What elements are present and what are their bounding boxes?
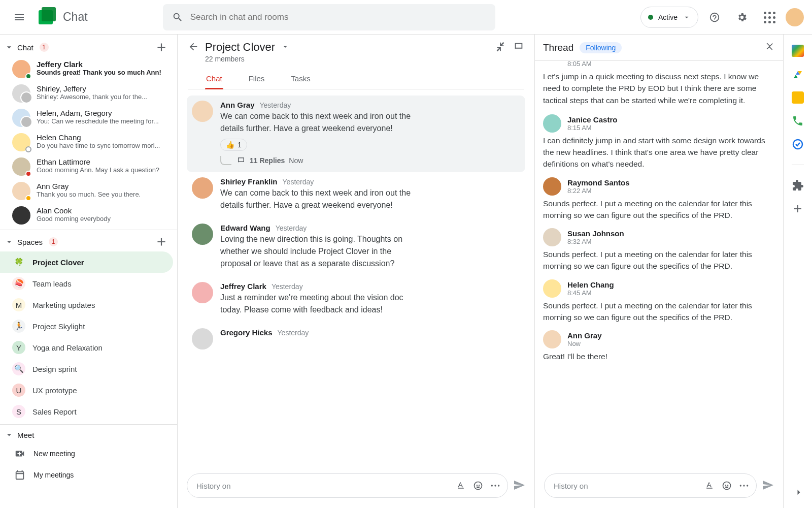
chat-item-preview: Good morning Ann. May I ask a question?: [37, 166, 159, 174]
room-menu-button[interactable]: [281, 43, 289, 52]
message-author: Shirley Franklin: [220, 177, 278, 186]
search-bar[interactable]: [163, 4, 495, 30]
gear-icon: [736, 12, 748, 23]
chat-item[interactable]: Alan Cook Good morning everybody: [0, 203, 177, 228]
room-subtitle: 22 members: [205, 55, 524, 63]
space-item[interactable]: Y Yoga and Relaxation: [0, 337, 177, 358]
space-item[interactable]: 🍀 Project Clover: [0, 251, 173, 273]
thread-message[interactable]: Susan Johnson 8:32 AM Sounds perfect. I …: [543, 228, 775, 272]
thread-message-author: Susan Johnson: [567, 229, 624, 238]
chat-item[interactable]: Jeffery Clark Sounds great! Thank you so…: [0, 57, 177, 81]
meet-section-header[interactable]: Meet: [0, 424, 177, 443]
more-icon[interactable]: [739, 481, 749, 491]
chat-item[interactable]: Helen, Adam, Gregory You: Can we resched…: [0, 106, 177, 130]
room-tabs: ChatFilesTasks: [188, 70, 524, 89]
more-icon[interactable]: [490, 481, 500, 491]
chat-section-label: Chat: [17, 43, 33, 52]
spaces-unread-badge: 1: [49, 237, 58, 246]
back-button[interactable]: [188, 41, 199, 54]
message-body: Just a reminder we're meeting about the …: [220, 292, 413, 316]
replies-link[interactable]: 11 RepliesNow: [220, 156, 520, 165]
chat-item-name: Helen Chang: [37, 133, 160, 142]
rail-collapse-button[interactable]: [794, 487, 804, 499]
message[interactable]: Shirley FranklinYesterday We can come ba…: [187, 172, 525, 218]
thread-icon: [236, 156, 246, 165]
avatar: [12, 84, 30, 103]
format-icon[interactable]: [456, 481, 466, 491]
thread-compose-row: History on: [535, 467, 783, 508]
meet-section-label: Meet: [17, 431, 34, 439]
thread-message[interactable]: Raymond Santos 8:22 AM Sounds perfect. I…: [543, 177, 775, 221]
my-meetings-label: My meetings: [33, 471, 74, 479]
chat-item[interactable]: Ann Gray Thank you so much. See you ther…: [0, 179, 177, 203]
new-space-button[interactable]: [155, 235, 168, 248]
chat-item[interactable]: Helen Chang Do you have time to sync tom…: [0, 130, 177, 154]
tab-chat[interactable]: Chat: [205, 70, 223, 89]
settings-button[interactable]: [731, 6, 753, 28]
drive-addon-button[interactable]: [792, 68, 804, 80]
spaces-section-header[interactable]: Spaces 1: [0, 230, 177, 251]
chat-section-header[interactable]: Chat 1: [0, 38, 177, 57]
thread-message-author: Janice Castro: [567, 115, 617, 124]
thread-header: Thread Following: [535, 35, 783, 61]
add-addon-button[interactable]: [792, 203, 804, 215]
thread-message[interactable]: Ann Gray Now Great! I'll be there!: [543, 330, 775, 362]
space-item[interactable]: 🔍 Design sprint: [0, 358, 177, 379]
keep-addon-button[interactable]: [792, 91, 804, 104]
reaction-chip[interactable]: 👍1: [220, 139, 247, 151]
thread-toggle-button[interactable]: [513, 41, 524, 54]
thread-message[interactable]: Janice Castro 8:15 AM I can definitely j…: [543, 114, 775, 170]
message-author: Jeffrey Clark: [220, 282, 266, 291]
status-selector[interactable]: Active: [640, 7, 698, 28]
thread-message-time: 8:45 AM: [567, 289, 614, 297]
tab-files[interactable]: Files: [248, 70, 266, 89]
compose-box[interactable]: History on: [187, 473, 508, 498]
search-input[interactable]: [190, 12, 486, 22]
following-badge[interactable]: Following: [580, 42, 622, 53]
message[interactable]: Ann GrayYesterday We can come back to th…: [187, 96, 525, 172]
avatar: [12, 182, 30, 200]
reply-arrow-icon: [220, 156, 231, 165]
message-body: We can come back to this next week and i…: [220, 110, 413, 135]
close-thread-button[interactable]: [765, 42, 775, 53]
thread-message[interactable]: Helen Chang 8:45 AM Sounds perfect. I pu…: [543, 279, 775, 324]
chevron-down-icon: [4, 42, 14, 52]
space-item[interactable]: M Marketing updates: [0, 294, 177, 315]
calendar-addon-button[interactable]: [792, 45, 804, 57]
search-icon: [172, 12, 183, 23]
emoji-icon[interactable]: [473, 481, 483, 491]
message[interactable]: Edward WangYesterday Loving the new dire…: [187, 218, 525, 277]
voice-addon-button[interactable]: [792, 115, 804, 127]
chat-item-name: Ann Gray: [37, 182, 141, 190]
help-button[interactable]: [703, 6, 726, 28]
extensions-addon-button[interactable]: [792, 179, 804, 192]
message[interactable]: Gregory HicksYesterday: [187, 323, 525, 357]
chat-item[interactable]: Ethan Lattimore Good morning Ann. May I …: [0, 154, 177, 179]
format-icon[interactable]: [704, 481, 715, 491]
message[interactable]: Jeffrey ClarkYesterday Just a reminder w…: [187, 277, 525, 323]
thread-compose-box[interactable]: History on: [544, 473, 757, 498]
new-meeting-button[interactable]: New meeting: [0, 443, 177, 464]
tasks-addon-button[interactable]: [792, 138, 804, 150]
space-item[interactable]: 🏃 Project Skylight: [0, 315, 177, 337]
message-list: Ann GrayYesterday We can come back to th…: [178, 89, 534, 467]
space-item[interactable]: 🍣 Team leads: [0, 273, 177, 294]
collapse-button[interactable]: [495, 41, 506, 54]
new-chat-button[interactable]: [155, 41, 168, 54]
send-button[interactable]: [513, 479, 525, 493]
chat-item[interactable]: Shirley, Jeffery Shirley: Awesome, thank…: [0, 81, 177, 106]
my-meetings-button[interactable]: My meetings: [0, 464, 177, 486]
main-menu-button[interactable]: [8, 6, 30, 28]
google-apps-button[interactable]: [758, 6, 781, 28]
space-icon: 🍀: [12, 256, 25, 269]
phone-icon: [792, 115, 804, 127]
emoji-icon[interactable]: [722, 481, 732, 491]
space-item[interactable]: U UX prototype: [0, 379, 177, 401]
thread-send-button[interactable]: [762, 479, 774, 493]
message-time: Yesterday: [278, 329, 309, 337]
tab-tasks[interactable]: Tasks: [290, 70, 311, 89]
message-author: Gregory Hicks: [220, 328, 273, 337]
thread-message-time: 8:32 AM: [567, 238, 624, 245]
space-item[interactable]: S Sales Report: [0, 401, 177, 422]
account-avatar[interactable]: [786, 8, 804, 26]
